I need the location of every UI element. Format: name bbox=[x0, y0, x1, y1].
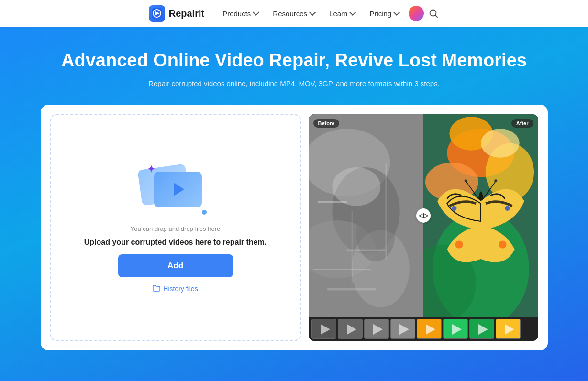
svg-point-28 bbox=[452, 206, 456, 210]
after-badge: After bbox=[511, 119, 533, 128]
before-badge: Before bbox=[313, 119, 340, 128]
hero-section: Advanced Online Video Repair, Revive Los… bbox=[0, 27, 588, 379]
learn-chevron-icon bbox=[349, 9, 356, 16]
thumbnail-5[interactable] bbox=[417, 319, 442, 339]
search-icon bbox=[429, 9, 438, 18]
before-side: Before bbox=[309, 114, 423, 317]
svg-rect-14 bbox=[312, 269, 370, 270]
history-files-label: History files bbox=[163, 285, 198, 293]
nav-resources[interactable]: Resources bbox=[266, 7, 321, 21]
svg-rect-16 bbox=[385, 163, 387, 259]
svg-point-30 bbox=[455, 240, 463, 248]
products-chevron-icon bbox=[253, 9, 259, 16]
svg-point-11 bbox=[356, 208, 395, 261]
navbar: Repairit Products Resources Learn Pricin… bbox=[0, 0, 588, 27]
hero-title: Advanced Online Video Repair, Revive Los… bbox=[10, 50, 578, 72]
thumbnail-1[interactable] bbox=[311, 319, 336, 339]
thumbnail-6[interactable] bbox=[443, 319, 468, 339]
nav-learn-label: Learn bbox=[329, 10, 347, 18]
history-files-link[interactable]: History files bbox=[153, 285, 198, 293]
pricing-chevron-icon bbox=[393, 9, 400, 16]
main-card: ✦ You can drag and drop files here Uploa… bbox=[41, 105, 548, 350]
svg-point-29 bbox=[505, 206, 510, 210]
before-after-container: Before ◁▷ bbox=[309, 114, 538, 317]
thumbnail-2[interactable] bbox=[338, 319, 363, 339]
svg-point-35 bbox=[494, 179, 497, 182]
svg-point-31 bbox=[499, 240, 506, 248]
upload-panel: ✦ You can drag and drop files here Uploa… bbox=[50, 114, 301, 341]
nav-products-label: Products bbox=[222, 10, 251, 18]
svg-point-34 bbox=[464, 179, 467, 182]
brand-name: Repairit bbox=[169, 8, 204, 19]
svg-line-4 bbox=[435, 15, 437, 17]
before-image-svg bbox=[309, 114, 423, 317]
after-side: After bbox=[423, 114, 538, 317]
footer-note: Prefer to repair videos using offline so… bbox=[0, 379, 588, 381]
thumbnails-strip bbox=[309, 317, 538, 341]
svg-rect-15 bbox=[327, 288, 376, 290]
divider-handle[interactable]: ◁▷ bbox=[416, 208, 431, 223]
search-button[interactable] bbox=[428, 8, 439, 19]
after-image-svg bbox=[423, 114, 538, 317]
thumbnail-3[interactable] bbox=[364, 319, 389, 339]
nav-pricing-label: Pricing bbox=[369, 10, 391, 18]
illustration-play-icon bbox=[174, 183, 184, 196]
thumbnail-4[interactable] bbox=[390, 319, 415, 339]
thumbnail-7[interactable] bbox=[469, 319, 494, 339]
svg-rect-13 bbox=[346, 249, 385, 250]
illustration-card-front bbox=[154, 172, 202, 207]
illustration-dot bbox=[202, 210, 207, 215]
divider-arrow-icon: ◁▷ bbox=[419, 212, 428, 219]
resources-chevron-icon bbox=[309, 9, 316, 16]
brand-logo-icon bbox=[149, 5, 165, 22]
nav-learn[interactable]: Learn bbox=[322, 7, 361, 21]
hero-subtitle: Repair corrupted videos online, includin… bbox=[10, 79, 578, 87]
nav-products[interactable]: Products bbox=[216, 7, 264, 21]
nav-avatar[interactable] bbox=[409, 6, 424, 21]
svg-point-10 bbox=[332, 167, 380, 206]
thumbnail-8[interactable] bbox=[496, 319, 521, 339]
illustration-star-icon: ✦ bbox=[147, 163, 155, 175]
svg-point-24 bbox=[481, 129, 520, 158]
svg-rect-17 bbox=[351, 210, 352, 283]
drag-drop-text: You can drag and drop files here bbox=[131, 225, 220, 232]
upload-instruction-title: Upload your corrupted videos here to rep… bbox=[84, 238, 266, 247]
nav-pricing[interactable]: Pricing bbox=[363, 7, 405, 21]
brand-logo-area[interactable]: Repairit bbox=[149, 5, 204, 22]
preview-panel: Before ◁▷ bbox=[309, 114, 538, 341]
svg-rect-12 bbox=[318, 201, 347, 203]
folder-icon bbox=[153, 285, 160, 293]
nav-resources-label: Resources bbox=[273, 10, 307, 18]
add-button[interactable]: Add bbox=[118, 254, 233, 277]
upload-illustration: ✦ bbox=[140, 162, 211, 219]
